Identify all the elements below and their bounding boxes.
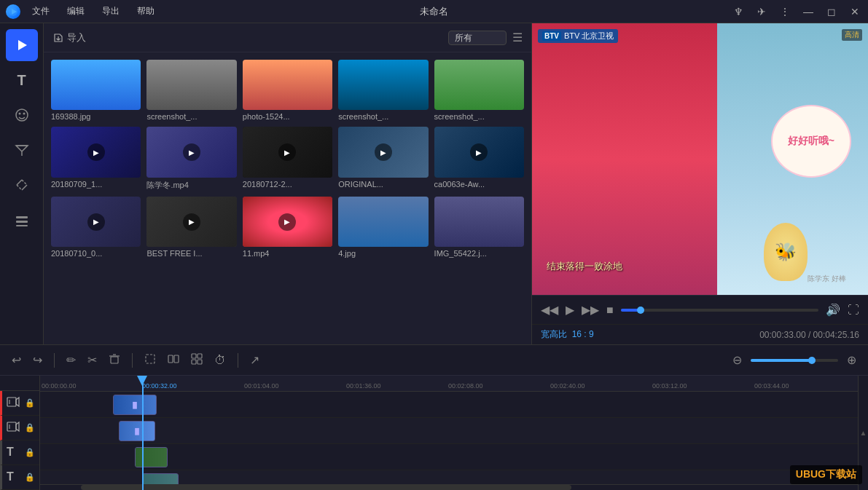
main-area: T 导入 所有 视频 图片 音频 — [0, 23, 868, 344]
play-icon: ▶ — [375, 143, 392, 161]
stop-btn[interactable]: ■ — [606, 304, 614, 317]
list-item[interactable]: ▶ ORIGINAL... — [338, 127, 428, 190]
undo-btn[interactable]: ↩ — [9, 352, 24, 368]
list-item[interactable]: 169388.jpg — [51, 60, 141, 121]
redo-btn[interactable]: ↪ — [30, 352, 45, 368]
preview-info: 宽高比 16 : 9 00:00:33.00 / 00:04:25.16 — [532, 324, 868, 344]
split-btn[interactable] — [165, 352, 182, 369]
sidebar-transition-btn[interactable] — [6, 169, 38, 201]
menu-file[interactable]: 文件 — [29, 4, 52, 19]
list-item[interactable]: ▶ 20180710_0... — [51, 197, 141, 258]
list-item[interactable]: IMG_55422.j... — [434, 197, 524, 258]
timeline-ruler-area: 00:00:00.00 00:00:32.00 00:01:04.00 00:0… — [40, 376, 858, 490]
list-item[interactable]: 4.jpg — [338, 197, 428, 258]
user-icon[interactable]: ♆ — [731, 6, 746, 17]
track-label-text1: T 🔒 — [0, 440, 39, 465]
media-thumbnail — [338, 60, 428, 110]
media-thumbnail: ▶ — [146, 197, 236, 247]
svg-rect-9 — [16, 221, 28, 223]
lock-icon-4: 🔒 — [25, 473, 35, 482]
clip-2[interactable]: ▐▌ — [119, 421, 155, 441]
svg-point-4 — [18, 113, 20, 115]
menu-edit[interactable]: 编辑 — [64, 4, 87, 19]
menu-export[interactable]: 导出 — [99, 4, 122, 19]
media-filename: 20180712-2... — [243, 180, 332, 189]
media-thumbnail — [243, 60, 332, 110]
list-item[interactable]: ▶ 20180712-2... — [243, 127, 332, 190]
list-item[interactable]: ▶ 陈学冬.mp4 — [146, 127, 236, 190]
media-filename: photo-1524... — [243, 112, 332, 121]
list-item[interactable]: screenshot_... — [338, 60, 428, 121]
sidebar-timeline-btn[interactable] — [6, 204, 38, 236]
media-thumbnail: ▶ — [338, 127, 428, 177]
share-btn[interactable]: ↗ — [247, 352, 262, 368]
zoom-out-btn[interactable]: ⊖ — [730, 352, 745, 368]
lock-icon-2: 🔒 — [25, 423, 35, 432]
close-btn[interactable]: ✕ — [848, 6, 862, 17]
svg-rect-11 — [111, 357, 118, 363]
preview-controls: ◀◀ ▶ ▶▶ ■ 🔊 ⛶ — [532, 295, 868, 324]
list-item[interactable]: ▶ 11.mp4 — [243, 197, 332, 258]
list-item[interactable]: screenshot_... — [146, 60, 236, 121]
zoom-in-btn[interactable]: ⊕ — [844, 352, 859, 368]
media-thumbnail — [338, 197, 428, 247]
crop-btn[interactable] — [141, 352, 159, 369]
track-labels: 🔒 🔒 T 🔒 T 🔒 — [0, 376, 40, 490]
list-item[interactable]: ▶ ca0063e-Aw... — [434, 127, 524, 190]
delete-btn[interactable] — [106, 352, 123, 369]
track-label-video1: 🔒 — [0, 391, 39, 416]
fullscreen-btn[interactable]: ⛶ — [848, 304, 859, 317]
timeline-scrollbar[interactable] — [40, 484, 858, 490]
minimize-btn[interactable]: — — [801, 6, 816, 17]
grid-btn[interactable] — [188, 352, 206, 369]
forward-btn[interactable]: ▶▶ — [582, 303, 599, 317]
track-label-text2: T 🔒 — [0, 465, 39, 490]
clip-3[interactable] — [135, 447, 168, 467]
time-display: 00:00:33.00 / 00:04:25.16 — [759, 330, 859, 340]
media-thumbnail: ▶ — [243, 127, 332, 177]
svg-rect-24 — [7, 422, 16, 431]
grid-toggle[interactable]: ☰ — [512, 31, 523, 44]
zoom-thumb — [808, 357, 816, 364]
zoom-slider[interactable] — [751, 359, 838, 362]
timeline-ruler: 00:00:00.00 00:00:32.00 00:01:04.00 00:0… — [40, 376, 858, 392]
clip-4[interactable] — [142, 473, 179, 484]
media-thumbnail: ▶ — [434, 127, 524, 177]
list-item[interactable]: screenshot_... — [434, 60, 524, 121]
svg-marker-2 — [18, 40, 27, 50]
sidebar-text-btn[interactable]: T — [6, 64, 38, 96]
filter-select[interactable]: 所有 视频 图片 音频 — [448, 31, 507, 45]
rewind-btn[interactable]: ◀◀ — [541, 303, 558, 317]
progress-bar[interactable] — [621, 309, 818, 312]
title-bar-left: 文件 编辑 导出 帮助 — [6, 4, 157, 19]
more-icon[interactable]: ⋮ — [778, 6, 792, 17]
svg-marker-25 — [16, 422, 19, 431]
pen-btn[interactable]: ✏ — [63, 352, 79, 368]
list-item[interactable]: ▶ BEST FREE I... — [146, 197, 236, 258]
svg-rect-15 — [168, 355, 173, 363]
media-thumbnail — [146, 60, 236, 110]
import-button[interactable]: 导入 — [52, 31, 86, 44]
text-track-icon-2: T — [7, 470, 14, 483]
list-item[interactable]: photo-1524... — [243, 60, 332, 121]
play-btn[interactable]: ▶ — [566, 303, 574, 317]
play-icon: ▶ — [87, 213, 105, 231]
menu-help[interactable]: 帮助 — [134, 4, 157, 19]
cut-btn[interactable]: ✂ — [85, 352, 100, 368]
scroll-thumb[interactable] — [81, 485, 571, 490]
volume-btn[interactable]: 🔊 — [826, 303, 840, 317]
chat-icon[interactable]: ✈ — [754, 6, 769, 17]
toolbar-divider-2 — [132, 353, 133, 368]
timer-btn[interactable]: ⏱ — [211, 352, 229, 368]
watermark: UBUG下载站 — [790, 465, 862, 484]
left-sidebar: T — [0, 23, 44, 344]
clip-1[interactable]: ▐▌ — [113, 395, 157, 415]
sidebar-play-btn[interactable] — [6, 29, 38, 61]
sidebar-sticker-btn[interactable] — [6, 99, 38, 131]
title-bar: 文件 编辑 导出 帮助 未命名 ♆ ✈ ⋮ — ◻ ✕ — [0, 0, 868, 23]
list-item[interactable]: ▶ 20180709_1... — [51, 127, 141, 190]
media-filename: 陈学冬.mp4 — [146, 180, 236, 191]
sidebar-filter-btn[interactable] — [6, 134, 38, 166]
media-filename: 169388.jpg — [51, 112, 141, 121]
maximize-btn[interactable]: ◻ — [824, 6, 839, 17]
